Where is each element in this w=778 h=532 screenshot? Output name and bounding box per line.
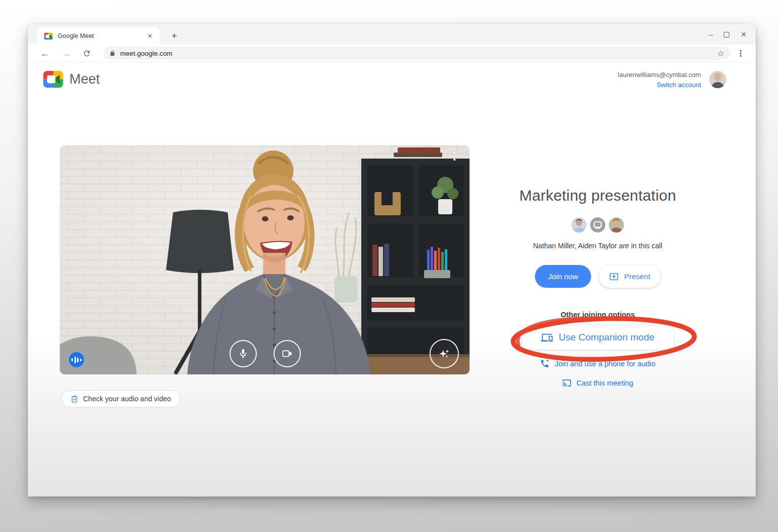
- switch-account-link[interactable]: Switch account: [618, 80, 701, 90]
- present-label: Present: [624, 272, 650, 281]
- meet-logo-icon: [43, 71, 63, 88]
- presentation-participant-avatar: [590, 217, 605, 233]
- join-now-button[interactable]: Join now: [535, 265, 591, 288]
- microphone-button[interactable]: [229, 340, 257, 367]
- video-more-options-icon[interactable]: ⋮: [449, 150, 459, 163]
- back-icon[interactable]: ←: [40, 49, 50, 58]
- cast-meeting-label: Cast this meeting: [576, 379, 633, 387]
- forward-icon[interactable]: →: [62, 49, 71, 58]
- meeting-panel: Marketing presentation: [496, 145, 699, 429]
- new-tab-button[interactable]: +: [168, 29, 181, 43]
- tab-title: Google Meet: [58, 32, 145, 40]
- cast-meeting-link[interactable]: Cast this meeting: [496, 378, 699, 388]
- participants-in-call-text: Nathan Miller, Aiden Taylor are in this …: [496, 242, 699, 250]
- app-name: Meet: [69, 71, 100, 87]
- video-scene: [60, 145, 470, 374]
- clipboard-check-icon: [70, 395, 79, 403]
- bookmark-star-icon[interactable]: ☆: [717, 49, 724, 58]
- cast-icon: [562, 378, 571, 388]
- close-icon[interactable]: ✕: [741, 30, 747, 39]
- present-icon: [609, 272, 619, 282]
- browser-menu-icon[interactable]: ⋮: [736, 49, 745, 58]
- tab-strip: Google Meet ✕ + – ✕: [28, 24, 756, 45]
- participant-avatars: [496, 217, 699, 233]
- phone-audio-icon: [540, 359, 550, 368]
- join-by-phone-label: Join and use a phone for audio: [555, 360, 655, 368]
- sparkle-icon: [438, 347, 451, 360]
- participant-avatar-1: [571, 217, 587, 233]
- use-companion-mode-button[interactable]: Use Companion mode: [522, 325, 674, 350]
- effects-button[interactable]: [430, 339, 459, 368]
- camera-icon: [281, 348, 293, 360]
- join-by-phone-link[interactable]: Join and use a phone for audio: [496, 359, 699, 368]
- video-frame-background: { "browser": { "tab_title": "Google Meet…: [0, 0, 778, 532]
- other-joining-options-label: Other joining options: [496, 311, 699, 319]
- self-video-preview: ⋮: [60, 145, 470, 374]
- present-button[interactable]: Present: [599, 265, 660, 288]
- minimize-icon[interactable]: –: [709, 32, 713, 37]
- meet-header: Meet laurenwilliams@cymbal.com Switch ac…: [28, 63, 756, 98]
- participant-avatar-2: [609, 217, 624, 233]
- browser-toolbar: ← → meet.google.com ☆ ⋮: [28, 45, 756, 62]
- account-info: laurenwilliams@cymbal.com Switch account: [618, 70, 701, 90]
- tab-google-meet[interactable]: Google Meet ✕: [37, 27, 160, 45]
- address-bar[interactable]: meet.google.com ☆: [103, 47, 730, 60]
- meet-favicon-icon: [44, 32, 53, 40]
- microphone-icon: [237, 348, 249, 360]
- browser-window: Google Meet ✕ + – ✕ ← → meet.google.com …: [28, 24, 756, 497]
- maximize-icon[interactable]: [724, 32, 729, 37]
- tab-close-icon[interactable]: ✕: [145, 31, 154, 41]
- cta-row: Join now Present: [496, 265, 699, 288]
- companion-devices-icon: [541, 332, 553, 344]
- camera-button[interactable]: [274, 340, 301, 367]
- reload-icon[interactable]: [83, 49, 91, 58]
- companion-label: Use Companion mode: [559, 332, 654, 343]
- audio-level-indicator: [69, 352, 84, 367]
- account-avatar[interactable]: [709, 71, 726, 88]
- account-email: laurenwilliams@cymbal.com: [618, 70, 701, 80]
- lock-icon: [109, 50, 115, 57]
- check-audio-video-button[interactable]: Check your audio and video: [61, 390, 180, 407]
- window-controls: – ✕: [709, 26, 747, 43]
- bookshelf: [361, 147, 470, 362]
- url-text: meet.google.com: [120, 50, 717, 57]
- meet-page: Meet laurenwilliams@cymbal.com Switch ac…: [28, 63, 756, 497]
- meeting-title: Marketing presentation: [496, 187, 699, 204]
- check-audio-video-label: Check your audio and video: [83, 395, 171, 403]
